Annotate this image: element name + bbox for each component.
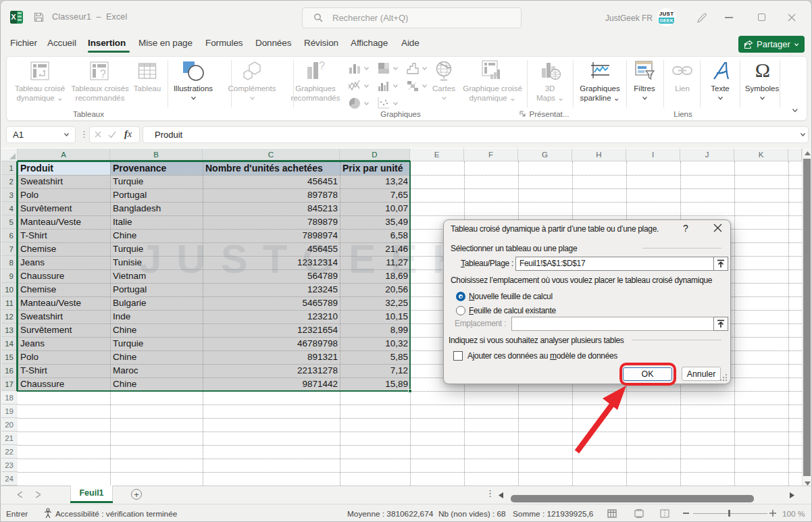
svg-text:?: ? xyxy=(319,60,325,72)
svg-text:?: ? xyxy=(100,68,106,80)
